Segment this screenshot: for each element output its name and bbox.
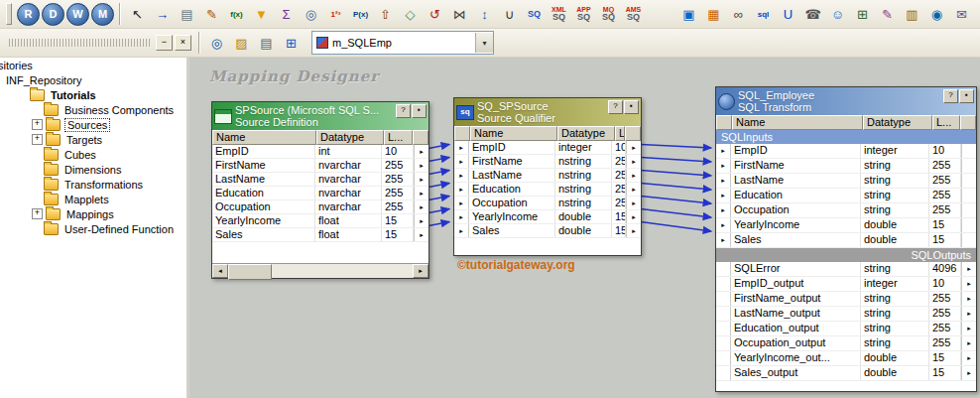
port-row-occupation[interactable]: Occupationnvarchar255▸ — [212, 200, 429, 214]
port-row-sqlerror[interactable]: SQLErrorstring4096▸ — [716, 262, 976, 277]
input-port[interactable]: ▸ — [716, 218, 731, 232]
input-port[interactable]: ▸ — [454, 210, 469, 223]
select-arrow-icon[interactable]: ↖ — [125, 2, 150, 27]
mapping-selector-combo[interactable]: m_SQLEmp ▾ — [311, 31, 494, 55]
output-port[interactable]: ▸ — [414, 200, 429, 213]
minimize-button[interactable]: ▪ — [412, 104, 427, 118]
output-port[interactable]: ▸ — [961, 351, 976, 365]
mapping-copy-icon[interactable]: ▣ — [676, 2, 701, 27]
output-port[interactable]: ▸ — [961, 366, 976, 380]
toolbar-grip[interactable] — [6, 3, 12, 25]
expander-icon[interactable]: + — [32, 119, 43, 130]
input-port[interactable]: ▸ — [454, 224, 469, 237]
port-row-occupation-output[interactable]: Occupation_outputstring255▸ — [716, 336, 976, 351]
repository-navigator[interactable]: sitories INF_RepositoryTutorialsBusiness… — [0, 58, 189, 398]
input-port[interactable]: ▸ — [716, 159, 731, 173]
scroll-left-button[interactable]: ◂ — [212, 264, 228, 278]
output-port[interactable]: ▸ — [961, 307, 976, 321]
port-row-occupation[interactable]: ▸Occupationnstring255▸ — [454, 197, 641, 210]
input-port[interactable]: ▸ — [716, 203, 731, 217]
transformation-box-source-definition[interactable]: SPSource (Microsoft SQL S... Source Defi… — [211, 101, 429, 279]
horizontal-scrollbar[interactable]: ◂ ▸ — [212, 263, 429, 278]
combo-dropdown-arrow-icon[interactable]: ▾ — [475, 33, 493, 53]
output-port[interactable]: ▸ — [626, 210, 641, 223]
port-row-yearlyincome[interactable]: YearlyIncomefloat15▸ — [212, 214, 429, 228]
stored-procedure-icon[interactable]: P(x) — [348, 2, 373, 27]
union-icon[interactable]: ∪ — [497, 2, 522, 27]
find-icon[interactable]: ∞ — [726, 2, 751, 27]
copy-columns-icon[interactable]: ▤ — [175, 2, 199, 27]
input-port[interactable]: ▸ — [454, 155, 469, 168]
tree-item-transformations[interactable]: Transformations — [0, 177, 186, 192]
output-port[interactable]: ▸ — [626, 183, 641, 196]
port-row-empid[interactable]: ▸EmpIDinteger10 — [716, 144, 976, 159]
joiner-icon[interactable]: ⋈ — [447, 2, 472, 27]
minimize-button[interactable]: ▪ — [624, 100, 639, 114]
port-row-yearlyincome[interactable]: ▸YearlyIncomedouble15 — [716, 218, 976, 233]
output-port[interactable]: ▸ — [626, 155, 641, 168]
aggregator-icon[interactable]: Σ — [274, 2, 299, 27]
output-port[interactable]: ▸ — [961, 277, 976, 291]
mapplet-icon[interactable]: ▦ — [701, 2, 726, 27]
help-button[interactable]: ? — [608, 100, 623, 114]
contacts-icon[interactable]: ☺ — [825, 2, 850, 27]
input-port[interactable]: ▸ — [454, 197, 469, 209]
port-row-sales[interactable]: Salesfloat15▸ — [212, 228, 429, 242]
mail-icon[interactable]: ✉ — [949, 2, 974, 27]
port-row-education[interactable]: ▸Educationnstring255▸ — [454, 183, 641, 197]
navigator-titlebar-grip[interactable] — [9, 39, 150, 47]
workflow-monitor-icon[interactable]: M — [91, 3, 114, 26]
output-port[interactable]: ▸ — [414, 228, 429, 241]
designer-icon[interactable]: D — [42, 3, 64, 26]
link-ports-icon[interactable]: → — [150, 2, 175, 27]
output-port[interactable]: ▸ — [414, 187, 429, 199]
zoom-icon[interactable]: ◎ — [204, 31, 229, 56]
scroll-thumb[interactable] — [228, 264, 272, 280]
help-button[interactable]: ? — [943, 89, 958, 103]
port-row-yearlyincome-out[interactable]: YearlyIncome_out...double15▸ — [716, 351, 976, 366]
port-row-lastname-output[interactable]: LastName_outputstring255▸ — [716, 307, 976, 322]
input-port[interactable]: ▸ — [454, 141, 469, 154]
app-sq-icon[interactable]: APPSQ — [571, 2, 596, 27]
overview-window-icon[interactable]: ▨ — [229, 31, 254, 56]
globe-icon[interactable]: ◉ — [924, 2, 949, 27]
expander-icon[interactable]: + — [32, 208, 43, 219]
tree-item-sources[interactable]: +Sources — [0, 117, 186, 132]
router-icon[interactable]: ◇ — [398, 2, 423, 27]
output-port[interactable]: ▸ — [961, 322, 976, 335]
print-icon[interactable]: ▤ — [254, 31, 279, 56]
port-row-yearlyincome[interactable]: ▸YearlyIncomedouble15▸ — [454, 210, 641, 224]
transformation-box-sql-transform[interactable]: SQL_Employee SQL Transform ? ▪ NameDatat… — [715, 86, 977, 392]
expression-icon[interactable]: f(x) — [224, 2, 249, 27]
input-port[interactable]: ▸ — [454, 183, 469, 196]
panel-close-button[interactable]: × — [175, 35, 191, 51]
scroll-right-button[interactable]: ▸ — [413, 264, 429, 278]
scroll-track[interactable] — [228, 264, 413, 278]
input-port[interactable]: ▸ — [454, 169, 469, 182]
box-title-bar[interactable]: SPSource (Microsoft SQL S... Source Defi… — [212, 102, 429, 130]
output-port[interactable]: ▸ — [961, 262, 976, 276]
port-row-education-output[interactable]: Education_outputstring255▸ — [716, 322, 976, 336]
port-row-sales[interactable]: ▸Salesdouble15 — [716, 233, 976, 248]
output-port[interactable]: ▸ — [414, 145, 429, 158]
port-row-lastname[interactable]: LastNamenvarchar255▸ — [212, 173, 429, 187]
tree-item-business-components[interactable]: Business Components — [0, 102, 186, 117]
arrange-grid-icon[interactable]: ⊞ — [850, 2, 875, 27]
tree-item-mapplets[interactable]: Mapplets — [0, 192, 186, 206]
port-row-firstname-output[interactable]: FirstName_outputstring255▸ — [716, 292, 976, 307]
port-row-sales-output[interactable]: Sales_outputdouble15▸ — [716, 366, 976, 381]
help-button[interactable]: ? — [396, 104, 411, 118]
panel-pin-button[interactable]: − — [156, 35, 173, 51]
port-row-empid-output[interactable]: EmpID_outputinteger10▸ — [716, 277, 976, 292]
ams-sq-icon[interactable]: AMSSQ — [621, 2, 646, 27]
mapping-canvas[interactable]: Mapping Designer — [189, 58, 980, 398]
port-row-education[interactable]: Educationnvarchar255▸ — [212, 187, 429, 200]
tree-item-mappings[interactable]: +Mappings — [0, 206, 186, 221]
tree-item-user-defined-function[interactable]: User-Defined Function — [0, 221, 186, 236]
sorter-icon[interactable]: ↕ — [472, 2, 497, 27]
output-port[interactable]: ▸ — [626, 169, 641, 182]
tree-item-cubes[interactable]: Cubes — [0, 147, 186, 162]
port-row-empid[interactable]: ▸EmpIDinteger10▸ — [454, 141, 641, 155]
box-title-bar[interactable]: SQL_Employee SQL Transform ? ▪ — [716, 87, 976, 115]
minimize-button[interactable]: ▪ — [959, 89, 974, 103]
